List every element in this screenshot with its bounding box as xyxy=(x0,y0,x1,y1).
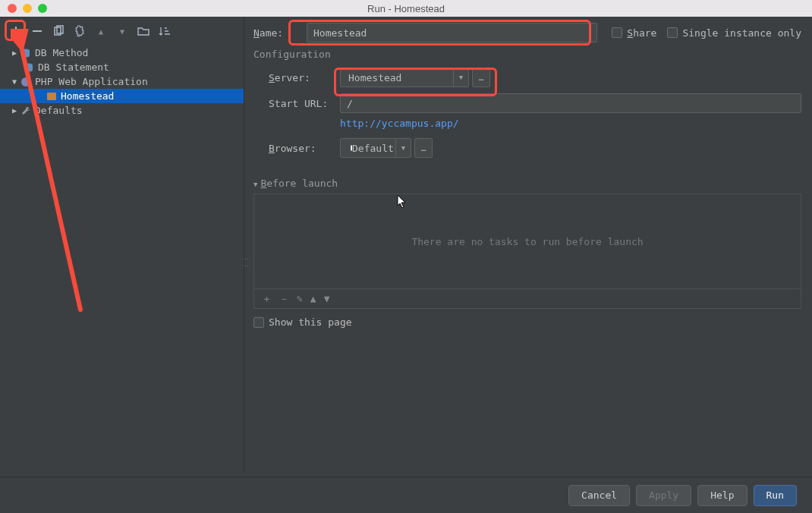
remove-button[interactable] xyxy=(29,23,46,39)
php-run-icon xyxy=(46,90,58,102)
checkbox-icon xyxy=(667,27,678,38)
start-url-label: Start URL: xyxy=(269,98,340,109)
server-label: Server: xyxy=(269,72,340,83)
apply-button[interactable]: Apply xyxy=(636,485,691,506)
php-icon xyxy=(20,76,32,88)
no-tasks-text: There are no tasks to run before launch xyxy=(411,236,643,247)
browser-value: Default xyxy=(352,143,394,154)
before-launch-heading[interactable]: ▼Before launch xyxy=(253,178,801,189)
browser-label: Browser: xyxy=(269,143,340,154)
tasks-toolbar: ＋ － ✎ ▲ ▼ xyxy=(253,289,801,309)
show-this-page-label: Show this page xyxy=(269,316,352,328)
folder-button[interactable] xyxy=(135,23,152,39)
server-select[interactable]: Homestead ▼ xyxy=(340,68,469,87)
configuration-heading: Configuration xyxy=(253,49,801,60)
add-button[interactable] xyxy=(8,23,24,39)
single-instance-checkbox[interactable]: Single instance only xyxy=(667,27,801,39)
task-up-button[interactable]: ▲ xyxy=(310,293,316,304)
chevron-down-icon: ▼ xyxy=(11,77,18,86)
checkbox-icon xyxy=(612,27,622,38)
svg-point-8 xyxy=(25,68,33,71)
task-remove-button[interactable]: － xyxy=(279,292,289,306)
tree-item-label: Defaults xyxy=(35,105,83,116)
window-close-icon[interactable] xyxy=(8,4,17,13)
sidebar: ▲ ▼ ▶ DB Method DB Statement ▼ PHP W xyxy=(0,17,244,472)
svg-rect-0 xyxy=(33,30,42,32)
chevron-down-icon: ▼ xyxy=(395,139,411,157)
tree-item-defaults[interactable]: ▶ Defaults xyxy=(8,103,244,118)
before-launch-tasks: There are no tasks to run before launch xyxy=(253,194,801,289)
server-browse-button[interactable]: … xyxy=(472,68,490,87)
single-instance-label: Single instance only xyxy=(682,27,801,39)
share-label: Share xyxy=(627,27,656,39)
splitter-handle[interactable]: ⋮⋮ xyxy=(241,256,246,271)
db-icon xyxy=(20,47,32,59)
chevron-right-icon: ▶ xyxy=(11,49,18,57)
down-button[interactable]: ▼ xyxy=(114,23,131,39)
tree-item-db-method[interactable]: ▶ DB Method xyxy=(8,46,244,60)
tree-item-label: Homestead xyxy=(61,90,114,102)
tree-item-label: DB Method xyxy=(35,47,88,58)
start-url-input[interactable] xyxy=(340,93,801,113)
svg-point-5 xyxy=(22,53,30,57)
up-button[interactable]: ▲ xyxy=(93,23,109,39)
browser-select[interactable]: Default ▼ xyxy=(340,138,411,158)
cancel-button[interactable]: Cancel xyxy=(568,485,630,506)
copy-button[interactable] xyxy=(50,23,67,39)
server-value: Homestead xyxy=(341,72,453,83)
name-input[interactable] xyxy=(307,23,597,42)
config-tree: ▶ DB Method DB Statement ▼ PHP Web Appli… xyxy=(8,46,244,118)
task-add-button[interactable]: ＋ xyxy=(262,292,272,306)
share-checkbox[interactable]: Share xyxy=(612,27,656,39)
titlebar: Run - Homestead xyxy=(0,0,812,17)
show-this-page-checkbox[interactable]: Show this page xyxy=(253,316,352,328)
tree-item-homestead[interactable]: Homestead xyxy=(0,89,244,103)
settings-button[interactable] xyxy=(71,23,88,39)
name-label: Name: xyxy=(253,27,307,39)
chevron-right-icon: ▶ xyxy=(11,106,18,115)
sort-button[interactable] xyxy=(156,23,173,39)
db-icon xyxy=(23,61,35,74)
tree-item-db-statement[interactable]: DB Statement xyxy=(8,60,244,74)
browser-browse-button[interactable]: … xyxy=(414,138,433,158)
task-down-button[interactable]: ▼ xyxy=(324,293,330,304)
tree-item-label: DB Statement xyxy=(38,61,109,73)
task-edit-button[interactable]: ✎ xyxy=(297,293,303,304)
wrench-icon xyxy=(20,105,32,117)
run-button[interactable]: Run xyxy=(754,485,797,506)
svg-rect-10 xyxy=(47,93,56,100)
window-minimize-icon[interactable] xyxy=(23,4,32,13)
resolved-url-link[interactable]: http://yccampus.app/ xyxy=(340,118,459,129)
dialog-buttons: Cancel Apply Help Run xyxy=(0,477,812,513)
config-panel: ⋮⋮ Name: Share Single instance only Conf… xyxy=(244,17,812,472)
window-title: Run - Homestead xyxy=(0,3,812,14)
chevron-down-icon: ▼ xyxy=(253,181,257,188)
sidebar-toolbar: ▲ ▼ xyxy=(8,20,244,42)
tree-item-php-web-app[interactable]: ▼ PHP Web Application xyxy=(8,74,244,89)
window-zoom-icon[interactable] xyxy=(38,4,47,13)
checkbox-icon xyxy=(253,317,264,328)
tree-item-label: PHP Web Application xyxy=(35,76,148,87)
help-button[interactable]: Help xyxy=(697,485,747,506)
svg-point-9 xyxy=(21,77,30,87)
chevron-down-icon: ▼ xyxy=(453,68,468,87)
